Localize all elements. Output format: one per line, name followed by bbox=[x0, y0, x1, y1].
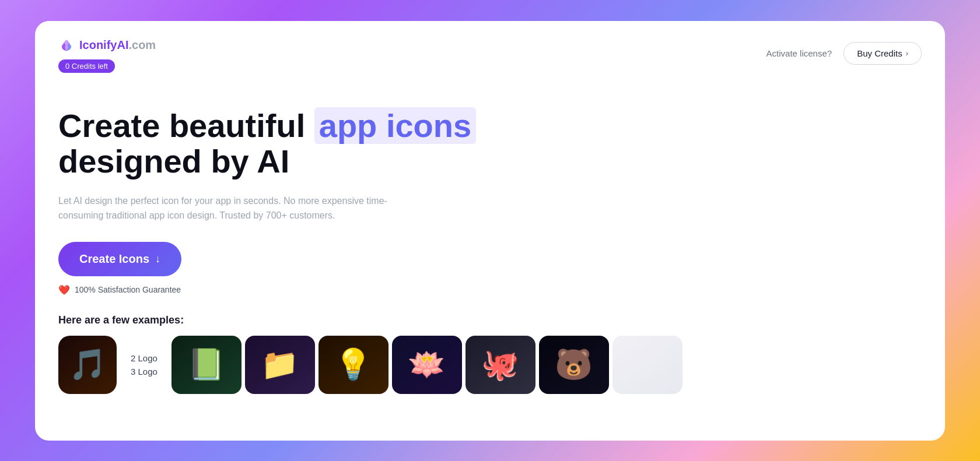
icons-grid: 📗 📁 💡 🪷 🐙 🐻 bbox=[172, 336, 922, 394]
icon-thumb-money: 📗 bbox=[172, 336, 242, 394]
icon-thumb-extra bbox=[612, 336, 682, 394]
buy-credits-button[interactable]: Buy Credits › bbox=[844, 42, 922, 65]
satisfaction-guarantee: ❤️ 100% Satisfaction Guarantee bbox=[58, 284, 922, 295]
down-arrow-icon: ↓ bbox=[155, 253, 160, 265]
header-right: Activate license? Buy Credits › bbox=[766, 37, 922, 65]
hero-title-highlight: app icons bbox=[314, 107, 476, 144]
activate-license-text: Activate license? bbox=[766, 48, 832, 58]
chevron-right-icon: › bbox=[906, 49, 908, 58]
satisfaction-text: 100% Satisfaction Guarantee bbox=[75, 285, 181, 294]
buy-credits-label: Buy Credits bbox=[857, 48, 902, 58]
logo-icon bbox=[58, 37, 75, 54]
examples-title: Here are a few examples: bbox=[58, 314, 922, 326]
header: IconifyAI.com 0 Credits left Activate li… bbox=[35, 21, 945, 73]
create-icons-button[interactable]: Create Icons ↓ bbox=[58, 242, 181, 276]
label-3-logo: 3 Logo bbox=[131, 367, 158, 376]
examples-row: 🎵 2 Logo 3 Logo 📗 📁 💡 bbox=[58, 336, 922, 394]
logo-row: IconifyAI.com bbox=[58, 37, 156, 54]
icon-thumb-bear: 🐻 bbox=[539, 336, 609, 394]
examples-wrapper: 🎵 2 Logo 3 Logo 📗 📁 💡 bbox=[58, 336, 922, 394]
icon-thumb-bulb: 💡 bbox=[318, 336, 388, 394]
cta-area: Create Icons ↓ ❤️ 100% Satisfaction Guar… bbox=[35, 223, 945, 295]
icon-thumb-lotus: 🪷 bbox=[392, 336, 462, 394]
hero-title-line1: Create beautiful app icons bbox=[58, 108, 922, 144]
hero-title-plain: Create beautiful bbox=[58, 107, 314, 144]
label-2-logo: 2 Logo bbox=[131, 353, 158, 363]
examples-section: Here are a few examples: 🎵 2 Logo 3 Logo… bbox=[35, 295, 945, 441]
create-icons-label: Create Icons bbox=[79, 252, 149, 266]
icon-fire-music: 🎵 bbox=[58, 336, 117, 394]
hero-subtitle: Let AI design the perfect icon for your … bbox=[58, 193, 432, 223]
logo-text: IconifyAI.com bbox=[79, 38, 156, 52]
logo-area: IconifyAI.com 0 Credits left bbox=[58, 37, 156, 73]
hero-section: Create beautiful app icons designed by A… bbox=[35, 73, 945, 223]
icon-thumb-octopus: 🐙 bbox=[466, 336, 536, 394]
icon-labels: 2 Logo 3 Logo bbox=[117, 353, 172, 376]
icon-thumb-folder: 📁 bbox=[245, 336, 315, 394]
hero-title-line2: designed by AI bbox=[58, 143, 922, 180]
heart-icon: ❤️ bbox=[58, 284, 70, 295]
credits-badge: 0 Credits left bbox=[58, 59, 115, 73]
main-card: IconifyAI.com 0 Credits left Activate li… bbox=[35, 21, 945, 441]
